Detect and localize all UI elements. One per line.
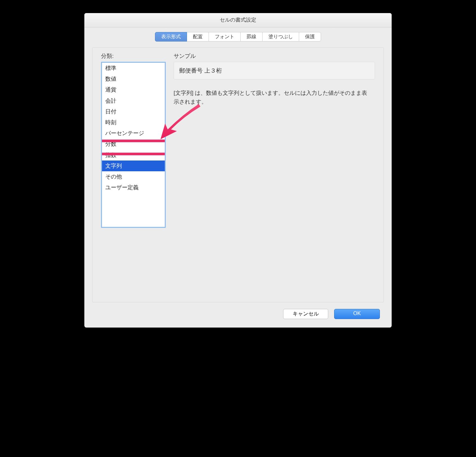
content-panel: 分類: 標準数値通貨会計日付時刻パーセンテージ分数指数文字列その他ユーザー定義 …: [92, 47, 384, 302]
tab-format[interactable]: 表示形式: [155, 32, 187, 42]
category-item[interactable]: 指数: [102, 150, 165, 161]
tab-fill[interactable]: 塗りつぶし: [262, 32, 299, 42]
tab-border[interactable]: 罫線: [240, 32, 263, 42]
category-item[interactable]: 数値: [102, 74, 165, 84]
tab-bar: 表示形式 配置 フォント 罫線 塗りつぶし 保護: [84, 27, 392, 47]
dialog-title: セルの書式設定: [84, 13, 392, 27]
dialog-buttons: キャンセル OK: [84, 307, 392, 328]
category-item[interactable]: 通貨: [102, 84, 165, 95]
category-item[interactable]: パーセンテージ: [102, 128, 165, 139]
ok-button[interactable]: OK: [334, 309, 380, 319]
category-item[interactable]: 文字列: [102, 161, 165, 171]
category-listbox[interactable]: 標準数値通貨会計日付時刻パーセンテージ分数指数文字列その他ユーザー定義: [101, 62, 166, 228]
category-label: 分類:: [101, 51, 166, 60]
tab-alignment[interactable]: 配置: [187, 32, 209, 42]
sample-value: 郵便番号 上３桁: [174, 62, 375, 79]
category-item[interactable]: その他: [102, 171, 165, 182]
category-item[interactable]: 分数: [102, 139, 165, 149]
dialog-window: セルの書式設定 表示形式 配置 フォント 罫線 塗りつぶし 保護 分類: 標準数…: [84, 13, 392, 328]
tab-font[interactable]: フォント: [209, 32, 241, 42]
tab-protection[interactable]: 保護: [299, 32, 321, 42]
sample-label: サンプル: [174, 51, 375, 60]
category-item[interactable]: 日付: [102, 106, 165, 117]
format-description: [文字列] は、数値も文字列として扱います。セルには入力した値がそのまま表示され…: [174, 89, 375, 106]
cancel-button[interactable]: キャンセル: [283, 309, 328, 319]
category-item[interactable]: ユーザー定義: [102, 182, 165, 193]
category-item[interactable]: 時刻: [102, 117, 165, 128]
category-item[interactable]: 標準: [102, 63, 165, 74]
category-item[interactable]: 会計: [102, 95, 165, 106]
